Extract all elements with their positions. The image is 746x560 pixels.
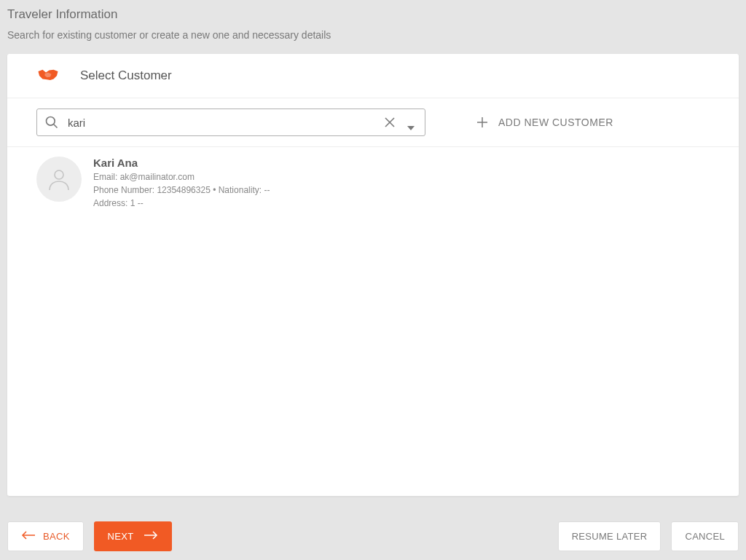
result-address: Address: 1 -- bbox=[93, 197, 270, 210]
footer-bar: BACK NEXT RESUME LATER CANCEL bbox=[7, 521, 739, 551]
back-button[interactable]: BACK bbox=[7, 521, 84, 551]
result-email: Email: ak@mailinator.com bbox=[93, 170, 270, 184]
chevron-down-icon[interactable] bbox=[407, 120, 415, 125]
page-subtitle: Search for existing customer or create a… bbox=[7, 29, 739, 41]
back-label: BACK bbox=[43, 531, 70, 542]
search-container[interactable] bbox=[36, 109, 425, 136]
result-row[interactable]: Kari Ana Email: ak@mailinator.com Phone … bbox=[7, 147, 739, 219]
result-phone-nationality: Phone Number: 12354896325 • Nationality:… bbox=[93, 184, 270, 197]
plus-icon bbox=[476, 117, 488, 128]
result-name: Kari Ana bbox=[93, 157, 270, 169]
next-button[interactable]: NEXT bbox=[94, 521, 173, 551]
next-label: NEXT bbox=[108, 531, 134, 542]
avatar bbox=[36, 157, 82, 202]
handshake-icon bbox=[35, 67, 61, 84]
result-info: Kari Ana Email: ak@mailinator.com Phone … bbox=[93, 157, 270, 210]
search-input[interactable] bbox=[68, 117, 384, 129]
page-title: Traveler Information bbox=[7, 7, 739, 22]
cancel-button[interactable]: CANCEL bbox=[671, 521, 739, 551]
add-customer-button[interactable]: ADD NEW CUSTOMER bbox=[476, 117, 613, 128]
cancel-label: CANCEL bbox=[685, 531, 725, 542]
svg-line-1 bbox=[54, 125, 58, 128]
section-header: Select Customer bbox=[7, 54, 739, 98]
add-customer-label: ADD NEW CUSTOMER bbox=[498, 117, 613, 128]
section-title: Select Customer bbox=[80, 68, 172, 83]
arrow-left-icon bbox=[21, 531, 36, 542]
svg-point-6 bbox=[55, 170, 63, 179]
svg-point-0 bbox=[47, 117, 55, 126]
resume-later-label: RESUME LATER bbox=[572, 531, 648, 542]
resume-later-button[interactable]: RESUME LATER bbox=[558, 521, 661, 551]
main-card: Select Customer bbox=[7, 54, 739, 496]
arrow-right-icon bbox=[144, 531, 158, 542]
search-row: ADD NEW CUSTOMER bbox=[7, 98, 739, 147]
clear-icon[interactable] bbox=[384, 117, 396, 128]
search-icon bbox=[44, 115, 59, 130]
